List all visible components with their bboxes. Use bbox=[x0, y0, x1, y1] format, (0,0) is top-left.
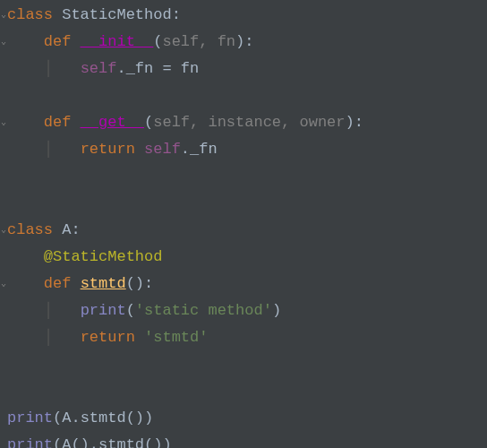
keyword-def: def bbox=[44, 275, 72, 292]
method-name: __init__ bbox=[81, 33, 154, 50]
code-line[interactable]: print(A.stmtd()) bbox=[7, 405, 487, 432]
code-line[interactable] bbox=[7, 82, 487, 109]
code-line[interactable]: │ self._fn = fn bbox=[7, 56, 487, 82]
code-editor[interactable]: ⌄class StaticMethod: ⌄ def __init__(self… bbox=[0, 0, 487, 448]
builtin-print: print bbox=[7, 409, 53, 426]
code-line[interactable] bbox=[7, 190, 487, 217]
decorator-at: @ bbox=[44, 248, 53, 265]
decorator-name: StaticMethod bbox=[53, 248, 162, 265]
code-line[interactable]: @StaticMethod bbox=[7, 244, 487, 271]
code-line[interactable]: │ print('static method') bbox=[7, 297, 487, 324]
fold-marker[interactable]: ⌄ bbox=[0, 29, 7, 56]
code-line[interactable]: │ return self._fn bbox=[7, 136, 487, 163]
string-literal: 'stmtd' bbox=[144, 329, 208, 346]
class-name: A bbox=[62, 221, 71, 238]
code-line[interactable]: │ return 'stmtd' bbox=[7, 324, 487, 351]
method-name: stmtd bbox=[81, 275, 126, 292]
class-name: StaticMethod bbox=[62, 6, 171, 23]
code-line[interactable]: ⌄ def __init__(self, fn): bbox=[7, 29, 487, 56]
fold-marker[interactable]: ⌄ bbox=[0, 109, 7, 136]
keyword-return: return bbox=[81, 141, 135, 158]
fold-marker[interactable]: ⌄ bbox=[0, 217, 7, 244]
fold-marker[interactable]: ⌄ bbox=[0, 2, 7, 29]
code-line[interactable] bbox=[7, 378, 487, 405]
code-line[interactable]: ⌄ def __get__(self, instance, owner): bbox=[7, 109, 487, 136]
code-line[interactable] bbox=[7, 351, 487, 378]
code-line[interactable]: ⌄class A: bbox=[7, 217, 487, 244]
method-name: __get__ bbox=[81, 114, 144, 131]
keyword-def: def bbox=[44, 114, 72, 131]
builtin-print: print bbox=[81, 302, 126, 319]
keyword-def: def bbox=[44, 33, 72, 50]
params: self, instance, owner bbox=[153, 114, 345, 131]
code-line[interactable]: ⌄ def stmtd(): bbox=[7, 271, 487, 297]
builtin-print: print bbox=[7, 436, 53, 448]
code-line[interactable]: ⌄class StaticMethod: bbox=[7, 2, 487, 29]
keyword-class: class bbox=[7, 6, 53, 23]
keyword-class: class bbox=[7, 221, 53, 238]
code-line[interactable]: print(A().stmtd()) bbox=[7, 432, 487, 448]
fold-marker[interactable]: ⌄ bbox=[0, 271, 7, 297]
code-line[interactable] bbox=[7, 163, 487, 190]
params: self, fn bbox=[162, 33, 235, 50]
keyword-return: return bbox=[81, 329, 135, 346]
string-literal: 'static method' bbox=[135, 302, 272, 319]
